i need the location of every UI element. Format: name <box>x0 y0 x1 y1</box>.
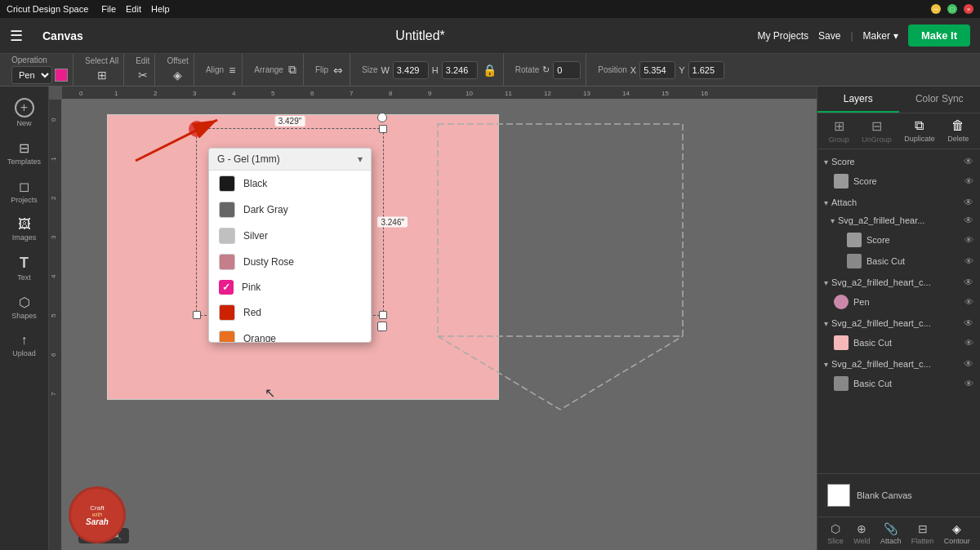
score-item-eye[interactable]: 👁 <box>964 176 973 186</box>
svg1-eye[interactable]: 👁 <box>964 215 973 226</box>
pink-checkmark: ✓ <box>219 280 234 295</box>
basic-cut-1-eye[interactable]: 👁 <box>964 256 973 266</box>
color-item-dark-gray[interactable]: Dark Gray <box>209 197 371 223</box>
edit-icon[interactable]: ✂ <box>136 67 149 83</box>
layer-item-basic-gray[interactable]: Basic Cut 👁 <box>817 373 980 394</box>
my-projects-link[interactable]: My Projects <box>757 30 808 42</box>
color-item-black[interactable]: Black <box>209 171 371 197</box>
y-input[interactable] <box>688 61 724 79</box>
svg-gray-name: Svg_a2_frilled_heart_c... <box>831 359 960 369</box>
tab-color-sync[interactable]: Color Sync <box>899 86 981 113</box>
weld-button[interactable]: ⊕ Weld <box>853 522 870 545</box>
operation-select[interactable]: Pen <box>11 66 52 84</box>
layer-item-score-sub[interactable]: Score 👁 <box>827 229 980 251</box>
svg-text:2: 2 <box>50 196 57 200</box>
score-eye-icon[interactable]: 👁 <box>964 156 973 167</box>
blank-canvas-item[interactable]: Blank Canvas <box>824 481 973 510</box>
delete-action[interactable]: 🗑 Delete <box>947 118 969 144</box>
color-item-dusty-rose[interactable]: Dusty Rose <box>209 249 371 275</box>
slice-button[interactable]: ⬡ Slice <box>827 522 844 545</box>
gel-chevron[interactable]: ▾ <box>358 153 363 165</box>
color-list: Black Dark Gray Silver Dusty Rose <box>209 171 371 342</box>
sidebar-item-images[interactable]: 🖼 Images <box>3 212 46 246</box>
width-input[interactable] <box>393 61 429 79</box>
dusty-rose-swatch <box>219 254 235 270</box>
svg-pen-eye[interactable]: 👁 <box>964 277 973 288</box>
select-all-icon[interactable]: ⊞ <box>96 67 109 83</box>
main-area: + New ⊟ Templates ◻ Projects 🖼 Images T … <box>0 86 980 550</box>
color-name-dark-gray: Dark Gray <box>243 204 288 215</box>
ruler-top: 0 1 2 3 4 5 6 7 8 9 10 11 12 13 14 15 16 <box>62 86 817 100</box>
svg-gray-header[interactable]: ▾ Svg_a2_frilled_heart_c... 👁 <box>817 355 980 373</box>
layers-content: ▾ Score 👁 Score 👁 ▾ Attach 👁 <box>817 149 980 473</box>
ungroup-action[interactable]: ⊟ UnGroup <box>862 118 892 144</box>
height-input[interactable] <box>442 61 478 79</box>
sidebar-item-shapes[interactable]: ⬡ Shapes <box>3 290 46 325</box>
duplicate-action[interactable]: ⧉ Duplicate <box>904 118 935 144</box>
close-button[interactable]: × <box>964 4 973 14</box>
align-icon[interactable]: ≡ <box>227 62 237 78</box>
machine-selector[interactable]: Maker ▾ <box>863 30 898 42</box>
sidebar-item-projects[interactable]: ◻ Projects <box>3 174 46 209</box>
make-it-button[interactable]: Make It <box>908 24 970 47</box>
svg-pink-header[interactable]: ▾ Svg_a2_frilled_heart_c... 👁 <box>817 314 980 332</box>
color-picker-dropdown[interactable]: G - Gel (1mm) ▾ Black Dark Gray Silver <box>208 148 372 343</box>
svg-pen-header[interactable]: ▾ Svg_a2_frilled_heart_c... 👁 <box>817 273 980 291</box>
color-item-orange[interactable]: Orange <box>209 326 371 342</box>
score-sub-eye[interactable]: 👁 <box>964 235 973 245</box>
pen-layer-eye[interactable]: 👁 <box>964 297 973 307</box>
contour-button[interactable]: ◈ Contour <box>944 522 970 545</box>
svg1-header[interactable]: ▾ Svg_a2_frilled_hear... 👁 <box>827 211 980 229</box>
color-item-silver[interactable]: Silver <box>209 223 371 249</box>
titlebar: Cricut Design Space File Edit Help ─ □ × <box>0 0 980 18</box>
attach-button[interactable]: 📎 Attach <box>880 522 902 545</box>
attach-eye-icon[interactable]: 👁 <box>964 197 973 208</box>
score-group-header[interactable]: ▾ Score 👁 <box>817 153 980 171</box>
shapes-icon: ⬡ <box>19 295 30 310</box>
color-item-pink[interactable]: ✓ Pink <box>209 275 371 299</box>
layer-item-basic-cut-1[interactable]: Basic Cut 👁 <box>827 251 980 272</box>
svg-text:0: 0 <box>79 90 83 97</box>
canvas-content[interactable]: 3.429" 3.246" <box>62 100 817 550</box>
offset-icon[interactable]: ◈ <box>172 67 184 83</box>
layer-item-basic-pink[interactable]: Basic Cut 👁 <box>817 332 980 353</box>
pen-color-swatch[interactable] <box>55 69 68 82</box>
rotate-input[interactable] <box>553 61 581 79</box>
svg-pink-eye[interactable]: 👁 <box>964 317 973 329</box>
minimize-button[interactable]: ─ <box>931 4 941 14</box>
group-action[interactable]: ⊞ Group <box>829 118 849 144</box>
color-item-red[interactable]: Red <box>209 299 371 326</box>
save-button[interactable]: Save <box>818 30 840 42</box>
basic-pink-eye[interactable]: 👁 <box>964 338 973 348</box>
basic-gray-eye[interactable]: 👁 <box>964 379 973 388</box>
tab-layers[interactable]: Layers <box>817 86 899 113</box>
svg-gray-eye[interactable]: 👁 <box>964 358 973 370</box>
menu-file[interactable]: File <box>101 4 116 14</box>
lock-icon[interactable]: 🔒 <box>481 62 498 78</box>
color-name-red: Red <box>243 307 261 318</box>
canvas-area[interactable]: 0 1 2 3 4 5 6 7 8 9 10 11 12 13 14 15 16 <box>49 86 817 550</box>
menu-edit[interactable]: Edit <box>126 4 141 14</box>
x-input[interactable] <box>639 61 675 79</box>
color-name-pink: Pink <box>242 282 261 293</box>
arrange-icon[interactable]: ⧉ <box>287 61 298 78</box>
flip-icon[interactable]: ⇔ <box>332 62 345 78</box>
gel-header[interactable]: G - Gel (1mm) ▾ <box>209 149 371 171</box>
sidebar-item-text[interactable]: T Text <box>3 250 46 286</box>
svg-text:3: 3 <box>50 235 57 239</box>
svg-text:4: 4 <box>50 274 57 278</box>
deselect-button[interactable]: × <box>189 121 205 137</box>
layer-item-score[interactable]: Score 👁 <box>817 171 980 192</box>
flatten-button[interactable]: ⊟ Flatten <box>911 522 934 545</box>
hamburger-menu[interactable]: ☰ <box>10 27 23 45</box>
menu-help[interactable]: Help <box>151 4 170 14</box>
attach-group-header[interactable]: ▾ Attach 👁 <box>817 193 980 211</box>
layer-item-pen[interactable]: Pen 👁 <box>817 291 980 313</box>
maximize-button[interactable]: □ <box>947 4 957 14</box>
watermark-logo: Craft with Sarah <box>69 486 126 543</box>
sidebar-item-templates[interactable]: ⊟ Templates <box>3 135 46 171</box>
sidebar-item-upload[interactable]: ↑ Upload <box>3 328 46 362</box>
text-icon: T <box>20 255 29 272</box>
new-icon: + <box>15 98 34 118</box>
sidebar-item-new[interactable]: + New <box>3 93 46 132</box>
